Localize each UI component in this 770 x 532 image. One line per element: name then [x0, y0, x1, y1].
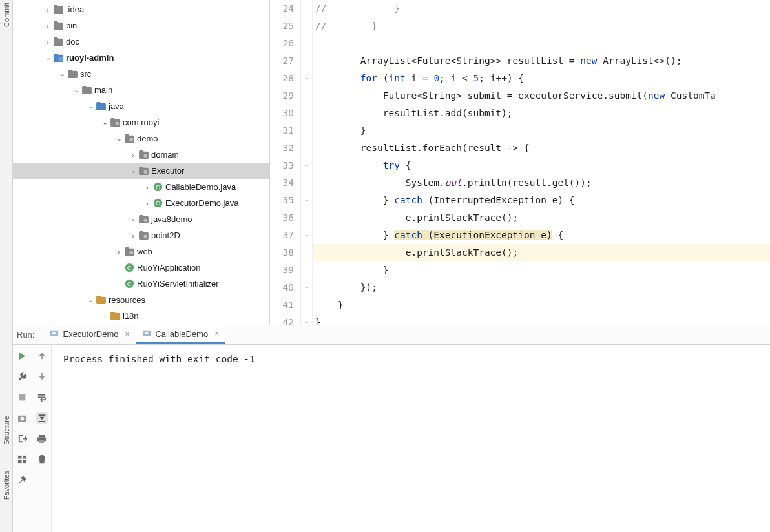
chevron-right-icon[interactable]: › [142, 183, 152, 191]
package-icon [138, 214, 149, 225]
chevron-down-icon[interactable]: ⌄ [85, 296, 96, 304]
tree-item[interactable]: ›doc [13, 34, 269, 50]
project-tree[interactable]: ›.idea›bin›doc⌄ruoyi-admin⌄src⌄main⌄java… [13, 0, 270, 325]
tree-item[interactable]: ⌄com.ruoyi [13, 114, 269, 130]
tree-item-label: resources [109, 295, 145, 305]
tree-item[interactable]: ›i18n [13, 308, 269, 324]
editor-code-area[interactable]: // }// } ArrayList<Future<String>> resul… [313, 0, 770, 325]
code-line[interactable]: resultList.forEach(result -> { [313, 139, 770, 157]
trash-icon[interactable] [36, 453, 48, 465]
favorites-tool-tab[interactable]: Favorites [3, 471, 10, 500]
tree-item[interactable]: ⌄demo [13, 130, 269, 147]
chevron-down-icon[interactable]: ⌄ [57, 70, 67, 78]
code-line[interactable]: }); [313, 279, 770, 296]
chevron-down-icon[interactable]: ⌄ [71, 86, 81, 94]
tree-item[interactable]: ⌄ruoyi-admin [13, 50, 269, 66]
folder-icon [67, 69, 78, 79]
tree-item[interactable]: ›.idea [13, 1, 269, 17]
code-line[interactable]: for (int i = 0; i < 5; i++) { [313, 70, 770, 87]
code-editor[interactable]: 2425262728293031323334353637383940414243… [270, 0, 770, 325]
down-arrow-icon[interactable] [36, 371, 48, 382]
chevron-right-icon[interactable]: › [114, 248, 124, 256]
code-line[interactable]: } [313, 261, 770, 279]
main-column: ›.idea›bin›doc⌄ruoyi-admin⌄src⌄main⌄java… [13, 0, 770, 532]
svg-text:C: C [127, 265, 132, 271]
print-icon[interactable] [36, 433, 48, 444]
code-line[interactable]: Future<String> submit = executorService.… [313, 87, 770, 105]
tree-item[interactable]: ›CRuoYiApplication [13, 260, 269, 276]
code-line[interactable]: resultList.add(submit); [313, 105, 770, 122]
exit-icon[interactable] [17, 433, 28, 444]
close-icon[interactable]: × [214, 329, 219, 338]
rerun-button[interactable] [17, 350, 28, 362]
code-line[interactable]: } catch (InterruptedException e) { [313, 192, 770, 209]
chevron-right-icon[interactable]: › [128, 232, 138, 240]
tree-item[interactable]: ›web [13, 243, 269, 260]
folder-blue-icon [96, 101, 106, 112]
code-line[interactable]: } [313, 122, 770, 139]
tree-item-label: i18n [123, 311, 139, 321]
close-icon[interactable]: × [125, 330, 129, 339]
tree-item-label: RuoYiServletInitializer [137, 279, 219, 289]
pin-icon[interactable] [17, 474, 28, 486]
tree-item[interactable]: ›point2D [13, 227, 269, 243]
scroll-to-end-icon[interactable] [36, 412, 48, 424]
chevron-right-icon[interactable]: › [43, 6, 53, 14]
tree-item[interactable]: ⌄main [13, 82, 269, 98]
chevron-right-icon[interactable]: › [99, 312, 110, 320]
chevron-right-icon[interactable]: › [128, 216, 138, 223]
code-line[interactable]: } [313, 296, 770, 314]
code-line[interactable]: } catch (ExecutionException e) { [313, 227, 770, 244]
java-icon: C [124, 263, 134, 273]
camera-icon[interactable] [17, 412, 28, 424]
console-output[interactable]: Process finished with exit code -1 [52, 345, 770, 532]
svg-point-3 [143, 154, 147, 158]
chevron-down-icon[interactable]: ⌄ [85, 102, 96, 110]
run-toolbar-left [13, 345, 32, 532]
tree-item[interactable]: ›CRuoYiServletInitializer [13, 276, 269, 292]
up-arrow-icon[interactable] [36, 350, 48, 362]
layout-icon[interactable] [17, 453, 28, 465]
tree-item[interactable]: ⌄Executor [13, 163, 269, 179]
tree-item[interactable]: ›CExecutorDemo.java [13, 195, 269, 211]
code-line[interactable]: e.printStackTrace(); [313, 209, 770, 227]
stop-button[interactable] [17, 391, 28, 403]
chevron-down-icon[interactable]: ⌄ [128, 167, 138, 175]
chevron-right-icon[interactable]: › [128, 151, 138, 159]
chevron-down-icon[interactable]: ⌄ [43, 54, 53, 62]
run-tab[interactable]: CallableDemo× [136, 325, 225, 344]
svg-rect-25 [23, 455, 26, 458]
tree-item[interactable]: ›CCallableDemo.java [13, 179, 269, 195]
package-icon [110, 118, 120, 128]
code-line[interactable]: e.printStackTrace(); [313, 244, 770, 261]
code-line[interactable]: ArrayList<Future<String>> resultList = n… [313, 52, 770, 70]
chevron-down-icon[interactable]: ⌄ [114, 134, 124, 143]
package-icon [124, 134, 134, 144]
tree-item[interactable]: ›domain [13, 147, 269, 163]
java-icon: C [124, 279, 134, 289]
code-line[interactable]: try { [313, 157, 770, 174]
editor-fold-column[interactable]: −−−−−−−−− [301, 0, 313, 325]
code-line[interactable]: // } [313, 17, 770, 35]
code-line[interactable]: System.out.println(result.get()); [313, 174, 770, 192]
run-tab[interactable]: ExecutorDemo× [43, 325, 136, 344]
code-line[interactable]: // } [313, 0, 770, 17]
tree-item[interactable]: ⌄src [13, 66, 269, 82]
chevron-right-icon[interactable]: › [43, 38, 53, 46]
structure-tool-tab[interactable]: Structure [3, 416, 10, 445]
svg-point-11 [129, 251, 133, 255]
package-icon [138, 150, 149, 160]
soft-wrap-icon[interactable] [36, 391, 48, 403]
chevron-right-icon[interactable]: › [43, 22, 53, 30]
tree-item[interactable]: ›java8demo [13, 211, 269, 227]
commit-tool-tab[interactable]: Commit [3, 3, 10, 27]
tree-item[interactable]: ⌄resources [13, 292, 269, 308]
chevron-down-icon[interactable]: ⌄ [99, 118, 110, 127]
code-line[interactable]: } [313, 314, 770, 325]
chevron-right-icon[interactable]: › [142, 200, 152, 207]
tree-item[interactable]: ⌄java [13, 98, 269, 114]
console-line: Process finished with exit code -1 [63, 354, 764, 364]
tree-item[interactable]: ›bin [13, 17, 269, 34]
code-line[interactable] [313, 35, 770, 52]
wrench-icon[interactable] [17, 371, 28, 382]
